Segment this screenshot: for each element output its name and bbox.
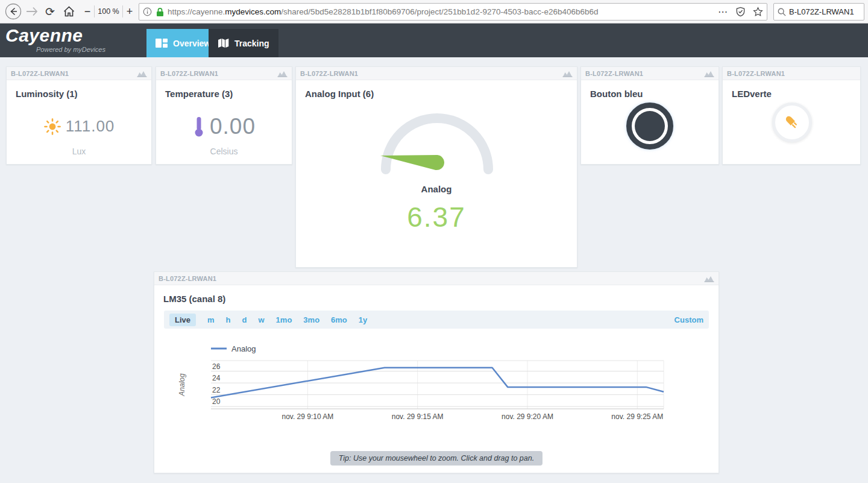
zoom-out-button[interactable]: − — [81, 0, 94, 23]
shield-icon[interactable] — [735, 7, 746, 17]
page-info-icon[interactable] — [143, 7, 152, 16]
widget-header: B-L072Z-LRWAN1 — [296, 67, 577, 80]
push-button[interactable] — [626, 103, 673, 150]
svg-text:26: 26 — [212, 362, 221, 371]
widget-temperature: B-L072Z-LRWAN1 Temperature (3) 0.00 Cels… — [156, 66, 292, 165]
widget-header: B-L072Z-LRWAN1 — [7, 67, 151, 80]
cayenne-logo: Cayenne — [5, 25, 83, 46]
widget-header: B-L072Z-LRWAN1 — [154, 272, 719, 285]
range-m[interactable]: m — [207, 315, 215, 324]
range-h[interactable]: h — [226, 315, 231, 324]
tab-overview-label: Overview — [173, 39, 210, 48]
luminosity-value: 111.00 — [66, 117, 115, 136]
chart-tip: Tip: Use your mousewheel to zoom. Click … — [330, 451, 542, 466]
back-icon — [5, 3, 22, 20]
widget-header: B-L072Z-LRWAN1 — [723, 67, 860, 80]
forward-icon — [26, 7, 38, 16]
page-actions-icon[interactable]: ⋯ — [718, 6, 728, 17]
tracking-map-icon — [218, 38, 229, 48]
widget-title: Luminosity (1) — [16, 89, 78, 99]
time-range-bar: Livemhdw1mo3mo6mo1yCustom — [164, 311, 709, 329]
reload-button[interactable]: ⟳ — [42, 0, 58, 23]
device-name: B-L072Z-LRWAN1 — [300, 70, 358, 77]
open-chart-icon[interactable] — [277, 70, 288, 77]
svg-text:Analog: Analog — [231, 344, 256, 353]
widget-title: Bouton bleu — [590, 89, 643, 99]
address-bar[interactable]: https://cayenne.mydevices.com/shared/5bd… — [139, 3, 767, 21]
range-1y[interactable]: 1y — [359, 315, 367, 324]
bookmark-star-icon[interactable] — [753, 7, 763, 17]
browser-toolbar: ⟳ − 100 % + https://cayenne.mydevices.co… — [0, 0, 868, 24]
zoom-in-button[interactable]: + — [123, 0, 136, 23]
home-button[interactable] — [60, 0, 77, 23]
widget-title: LM35 (canal 8) — [163, 294, 225, 304]
home-icon — [63, 6, 75, 17]
led-icon — [779, 110, 805, 135]
temperature-value: 0.00 — [210, 114, 256, 139]
widget-title: Analog Input (6) — [305, 89, 374, 99]
range-1mo[interactable]: 1mo — [276, 315, 292, 324]
urlbar-actions: ⋯ — [718, 6, 763, 17]
tab-tracking[interactable]: Tracking — [209, 29, 278, 57]
url-prefix: https://cayenne. — [168, 7, 225, 16]
device-name: B-L072Z-LRWAN1 — [585, 70, 643, 77]
forward-button[interactable] — [24, 0, 40, 23]
svg-text:nov. 29 9:15 AM: nov. 29 9:15 AM — [392, 412, 444, 421]
lock-icon — [156, 7, 164, 17]
device-name: B-L072Z-LRWAN1 — [11, 70, 69, 77]
range-d[interactable]: d — [242, 315, 247, 324]
open-chart-icon[interactable] — [137, 70, 147, 77]
thermometer-icon — [192, 116, 206, 137]
device-name: B-L072Z-LRWAN1 — [727, 70, 785, 77]
device-name: B-L072Z-LRWAN1 — [159, 275, 216, 282]
gauge-channel-label: Analog — [296, 184, 577, 194]
range-live[interactable]: Live — [169, 314, 196, 326]
app-header: Cayenne Powered by myDevices Overview Tr… — [0, 24, 868, 57]
range-custom[interactable]: Custom — [675, 315, 703, 324]
range-6mo[interactable]: 6mo — [331, 315, 347, 324]
screen: ⟳ − 100 % + https://cayenne.mydevices.co… — [0, 0, 868, 483]
open-chart-icon[interactable] — [704, 275, 714, 282]
browser-search-box[interactable] — [773, 3, 864, 21]
widget-header: B-L072Z-LRWAN1 — [581, 67, 719, 80]
luminosity-unit: Lux — [7, 147, 151, 156]
range-3mo[interactable]: 3mo — [303, 315, 319, 324]
svg-text:nov. 29 9:10 AM: nov. 29 9:10 AM — [281, 412, 333, 421]
url-text: https://cayenne.mydevices.com/shared/5bd… — [168, 7, 713, 16]
widget-header: B-L072Z-LRWAN1 — [156, 67, 292, 80]
overview-grid-icon — [156, 39, 168, 48]
gauge-dial — [296, 103, 578, 182]
svg-text:20: 20 — [212, 397, 221, 406]
svg-text:nov. 29 9:20 AM: nov. 29 9:20 AM — [502, 412, 553, 421]
widget-title: LEDverte — [732, 89, 772, 99]
sun-icon — [43, 118, 61, 136]
temperature-unit: Celsius — [156, 147, 292, 156]
search-input[interactable] — [789, 7, 854, 16]
widget-lm35-chart: B-L072Z-LRWAN1 LM35 (canal 8) Livemhdw1m… — [154, 271, 719, 473]
led-toggle-button[interactable] — [772, 103, 812, 142]
url-path: /shared/5bd5e28281b1bf1f80b69706/project… — [281, 7, 598, 16]
url-domain: mydevices.com — [225, 7, 281, 16]
svg-text:24: 24 — [212, 374, 221, 382]
open-chart-icon[interactable] — [704, 70, 714, 77]
widget-bouton-bleu: B-L072Z-LRWAN1 Bouton bleu — [580, 66, 719, 165]
zoom-level-indicator[interactable]: 100 % — [95, 0, 122, 23]
device-name: B-L072Z-LRWAN1 — [160, 70, 218, 77]
svg-text:Analog: Analog — [178, 373, 186, 397]
tab-tracking-label: Tracking — [234, 39, 269, 48]
svg-text:nov. 29 9:25 AM: nov. 29 9:25 AM — [611, 412, 663, 421]
widget-led-verte: B-L072Z-LRWAN1 LEDverte — [722, 66, 861, 165]
back-button[interactable] — [4, 0, 23, 23]
line-chart[interactable]: nov. 29 9:10 AMnov. 29 9:15 AMnov. 29 9:… — [154, 338, 720, 429]
svg-text:22: 22 — [212, 386, 221, 394]
gauge-value: 6.37 — [296, 201, 577, 233]
push-button-core — [635, 111, 665, 141]
widget-luminosity: B-L072Z-LRWAN1 Luminosity (1) 111.00 Lux — [6, 66, 152, 165]
search-icon — [778, 8, 786, 16]
widget-analog-gauge: B-L072Z-LRWAN1 Analog Input (6) Analog 6… — [295, 66, 577, 268]
logo-tagline: Powered by myDevices — [36, 46, 105, 53]
range-w[interactable]: w — [258, 315, 264, 324]
widget-title: Temperature (3) — [165, 89, 233, 99]
open-chart-icon[interactable] — [562, 70, 573, 77]
